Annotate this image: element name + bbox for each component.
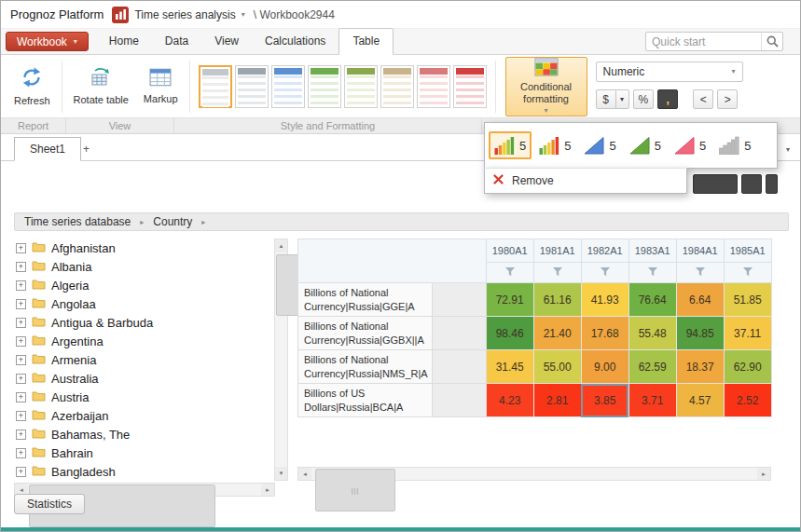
tree-vertical-scrollbar[interactable]: ▲ ▼ (274, 239, 288, 481)
data-cell[interactable]: 55.00 (533, 350, 581, 384)
icon-set-colored-bars[interactable]: 5 (489, 131, 532, 159)
tab-data[interactable]: Data (152, 29, 201, 54)
breadcrumb-item-country[interactable]: Country (153, 215, 192, 228)
add-sheet-button[interactable]: + (74, 137, 99, 160)
icon-set-green-cone[interactable]: 5 (624, 131, 667, 159)
expand-icon[interactable]: + (16, 374, 26, 384)
data-cell[interactable]: 41.93 (581, 283, 628, 317)
scroll-down-arrow[interactable]: ▼ (275, 467, 287, 480)
filter-icon[interactable] (486, 263, 533, 283)
scroll-right-arrow[interactable]: ► (261, 484, 274, 496)
data-cell[interactable]: 21.40 (533, 317, 581, 350)
filter-icon[interactable] (676, 263, 724, 283)
data-cell[interactable]: 94.85 (676, 317, 724, 350)
expand-icon[interactable]: + (16, 355, 26, 365)
table-style-option[interactable] (308, 65, 341, 108)
tree-item[interactable]: +Azerbaijan (14, 406, 273, 425)
obscured-toolbar-button[interactable] (741, 174, 762, 194)
table-style-option[interactable] (344, 65, 378, 108)
workbook-menu-button[interactable]: Workbook ▾ (6, 32, 89, 51)
obscured-toolbar-button[interactable] (693, 174, 738, 194)
percent-button[interactable]: % (633, 89, 655, 109)
filter-icon[interactable] (724, 263, 771, 283)
tree-item[interactable]: +Antigua & Barbuda (14, 313, 273, 332)
scroll-up-arrow[interactable]: ▲ (275, 239, 287, 252)
table-style-option[interactable] (199, 65, 232, 108)
scroll-right-arrow[interactable]: ► (757, 468, 770, 480)
increase-decimal-button[interactable]: > (717, 89, 738, 109)
currency-dropdown-caret[interactable]: ▾ (616, 89, 629, 109)
refresh-button[interactable]: Refresh (7, 58, 58, 116)
expand-icon[interactable]: + (16, 243, 26, 253)
data-cell[interactable]: 62.90 (724, 350, 771, 384)
expand-icon[interactable]: + (16, 336, 26, 347)
quick-start-input[interactable] (646, 35, 761, 48)
module-selector[interactable]: Time series analysis ▾ (112, 7, 244, 23)
data-cell[interactable]: 98.46 (486, 317, 533, 350)
data-cell[interactable]: 2.81 (533, 384, 581, 417)
icon-set-colored-bars-alt[interactable]: 5 (533, 131, 576, 159)
tree-item[interactable]: +Australia (14, 369, 273, 388)
decrease-decimal-button[interactable]: < (693, 89, 713, 109)
expand-icon[interactable]: + (16, 299, 26, 309)
markup-button[interactable]: Markup (136, 58, 186, 116)
data-cell[interactable]: 62.59 (628, 350, 676, 384)
expand-icon[interactable]: + (16, 280, 26, 291)
breadcrumb-arrow-icon[interactable]: ▸ (201, 218, 205, 226)
filter-icon[interactable] (628, 263, 676, 283)
tree-item[interactable]: +Bangladesh (14, 462, 273, 481)
tree-item[interactable]: +Armenia (14, 350, 273, 369)
tree-item[interactable]: +Angolaa (14, 294, 273, 313)
row-header[interactable]: Billions of NationalCurrency|Russia|GGBX… (298, 317, 433, 350)
icon-set-blue-cone[interactable]: 5 (578, 131, 621, 159)
data-cell[interactable]: 55.48 (628, 317, 676, 350)
column-header[interactable]: 1985A1 (724, 239, 771, 263)
column-header[interactable]: 1983A1 (628, 239, 676, 263)
sheet-list-dropdown[interactable]: ▾ (786, 145, 790, 154)
sheet-tab-sheet1[interactable]: Sheet1 (14, 137, 81, 161)
row-header[interactable]: Billions of USDollars|Russia|BCA|A (298, 384, 433, 417)
expand-icon[interactable]: + (16, 392, 26, 402)
tree-item[interactable]: +Albania (14, 257, 273, 276)
tree-item[interactable]: +Argentina (14, 332, 273, 350)
expand-icon[interactable]: + (16, 448, 26, 458)
expand-icon[interactable]: + (16, 262, 26, 272)
rotate-table-button[interactable]: Rotate table (66, 58, 136, 116)
scrollbar-thumb[interactable]: ||| (315, 469, 395, 512)
expand-icon[interactable]: + (16, 467, 26, 477)
tab-table[interactable]: Table (338, 28, 394, 55)
table-style-option[interactable] (417, 65, 450, 108)
tree-item[interactable]: +Algeria (14, 276, 273, 294)
statistics-button[interactable]: Statistics (14, 494, 85, 514)
table-style-option[interactable] (380, 65, 414, 108)
obscured-toolbar-button[interactable] (766, 174, 778, 194)
data-cell[interactable]: 61.16 (533, 283, 581, 317)
data-cell[interactable]: 76.64 (628, 283, 676, 317)
data-cell[interactable]: 31.45 (486, 350, 533, 384)
column-header[interactable]: 1982A1 (581, 239, 628, 263)
data-cell[interactable]: 2.52 (724, 384, 771, 417)
row-header[interactable]: Billions of NationalCurrency|Russia|GGE|… (298, 283, 433, 317)
data-cell[interactable]: 3.71 (628, 384, 676, 417)
data-cell[interactable]: 6.64 (676, 283, 724, 317)
tab-home[interactable]: Home (96, 29, 152, 54)
data-cell[interactable]: 4.57 (676, 384, 724, 417)
data-cell[interactable]: 17.68 (581, 317, 628, 350)
scroll-left-arrow[interactable]: ◄ (298, 468, 311, 480)
data-cell[interactable]: 9.00 (581, 350, 628, 384)
currency-button[interactable]: $ (596, 89, 616, 109)
thousands-separator-button[interactable]: , (657, 89, 678, 109)
icon-set-red-cone[interactable]: 5 (669, 131, 711, 159)
number-format-dropdown[interactable]: Numeric ▾ (596, 61, 743, 82)
icon-set-gray-bars[interactable]: 5 (713, 131, 756, 159)
row-header[interactable]: Billions of NationalCurrency|Russia|NMS_… (298, 350, 433, 384)
filter-icon[interactable] (581, 263, 628, 283)
tab-view[interactable]: View (201, 29, 252, 54)
column-header[interactable]: 1981A1 (533, 239, 581, 263)
table-style-option[interactable] (271, 65, 305, 108)
conditional-formatting-button[interactable]: Conditional formatting ▾ (505, 57, 587, 116)
tab-calculations[interactable]: Calculations (252, 29, 338, 54)
tree-item[interactable]: +Bahamas, The (14, 425, 273, 443)
tree-item[interactable]: +Afghanistan (14, 239, 273, 257)
expand-icon[interactable]: + (16, 318, 26, 328)
